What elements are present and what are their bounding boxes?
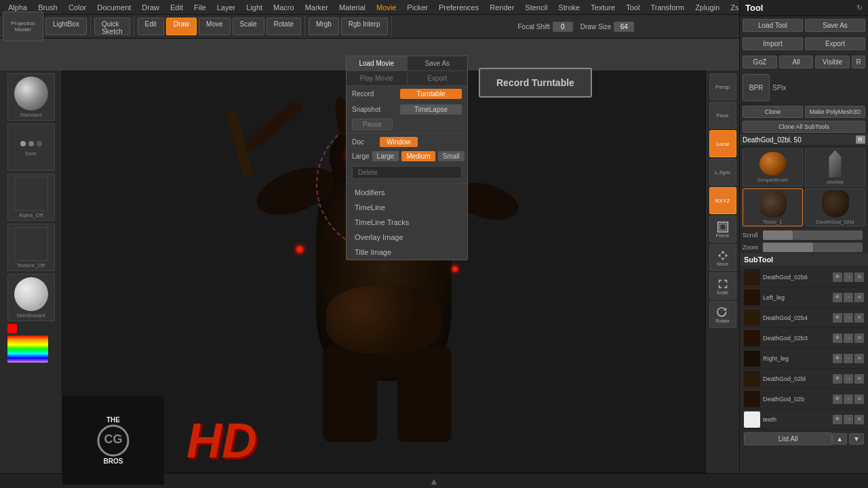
arrow-icon[interactable]: → xyxy=(844,354,853,363)
menu-macro[interactable]: Macro xyxy=(268,2,300,13)
bpr-button[interactable]: BPR xyxy=(743,74,770,101)
clone-button[interactable]: Clone xyxy=(743,106,803,118)
menu-tool[interactable]: Tool xyxy=(620,2,645,13)
torso-thumb[interactable]: Torso_1 xyxy=(743,188,803,226)
rgb-interp-button[interactable]: Rgb Interp xyxy=(341,18,388,35)
subtool-up-button[interactable]: ▲ xyxy=(832,433,847,445)
arrow-icon[interactable]: → xyxy=(844,313,853,323)
draw-button[interactable]: Draw xyxy=(166,18,197,35)
large-button[interactable]: Large xyxy=(372,151,399,161)
subtool-deathgod-02b3[interactable]: DeathGod_02b3 👁 → ✕ xyxy=(741,328,867,348)
export-button[interactable]: Export xyxy=(408,71,468,85)
x-icon[interactable]: ✕ xyxy=(854,394,864,404)
floor-button[interactable]: Floor xyxy=(709,102,736,129)
x-icon[interactable]: ✕ xyxy=(854,293,864,302)
visible-button[interactable]: Visible xyxy=(815,56,850,68)
menu-texture[interactable]: Texture xyxy=(585,2,620,13)
focal-shift-value[interactable]: 0 xyxy=(553,22,573,32)
make-polymesh3d-button[interactable]: Make PolyMesh3D xyxy=(805,106,865,118)
arrow-icon[interactable]: → xyxy=(844,374,853,384)
eye-icon[interactable]: 👁 xyxy=(833,354,842,363)
persp-button[interactable]: Persp xyxy=(709,73,736,100)
subtool-left-leg[interactable]: Left_leg 👁 → ✕ xyxy=(741,287,867,308)
scale-tool-button[interactable]: Scale xyxy=(709,272,736,300)
subtool-teeth[interactable]: teeth 👁 → ✕ xyxy=(741,409,867,430)
draw-size-value[interactable]: 64 xyxy=(614,22,634,32)
save-as-button[interactable]: Save As xyxy=(408,56,468,70)
eye-icon[interactable]: 👁 xyxy=(833,293,842,302)
standard-brush-thumb[interactable]: Standard xyxy=(7,73,55,121)
x-icon[interactable]: ✕ xyxy=(854,354,864,363)
x-icon[interactable]: ✕ xyxy=(854,313,864,323)
arrow-icon[interactable]: → xyxy=(844,293,853,302)
subtool-deathgod-02b[interactable]: DeathGod_02b 👁 → ✕ xyxy=(741,389,867,409)
export-tool-button[interactable]: Export xyxy=(805,37,865,50)
menu-material[interactable]: Material xyxy=(334,2,371,13)
menu-light[interactable]: Light xyxy=(241,2,268,13)
all-button[interactable]: All xyxy=(779,56,814,68)
play-movie-button[interactable]: Play Movie xyxy=(347,71,408,85)
arrow-icon[interactable]: → xyxy=(844,415,853,424)
menu-marker[interactable]: Marker xyxy=(300,2,334,13)
menu-stencil[interactable]: Stencil xyxy=(519,2,553,13)
subtool-deathgod-02b6[interactable]: DeathGod_02b6 👁 → ✕ xyxy=(741,267,867,287)
lsym-button[interactable]: L.Sym xyxy=(709,159,736,186)
record-turntable-button[interactable]: Record Turntable xyxy=(479,68,592,98)
menu-zplugin[interactable]: Zplugin xyxy=(690,2,725,13)
eye-icon[interactable]: 👁 xyxy=(833,394,842,404)
eye-icon[interactable]: 👁 xyxy=(833,415,842,424)
arrow-icon[interactable]: → xyxy=(844,333,853,343)
menu-transform[interactable]: Transform xyxy=(645,2,690,13)
eye-icon[interactable]: 👁 xyxy=(833,272,842,282)
rxyz-button[interactable]: RXYZ xyxy=(709,187,736,214)
color-swatch[interactable] xyxy=(7,324,17,333)
import-button[interactable]: Import xyxy=(743,37,803,50)
menu-file[interactable]: File xyxy=(189,2,212,13)
zoom-bar[interactable] xyxy=(763,243,863,252)
dots-thumb[interactable]: Dots xyxy=(7,123,55,171)
list-all-button[interactable]: List All xyxy=(744,432,832,445)
subtool-right-leg[interactable]: Right_leg 👁 → ✕ xyxy=(741,348,867,369)
overlay-image-item[interactable]: Overlay Image xyxy=(347,230,467,245)
color-gradient[interactable] xyxy=(7,336,48,363)
doc-window-button[interactable]: Window xyxy=(380,137,418,147)
load-movie-button[interactable]: Load Movie xyxy=(347,56,408,70)
scroll-bar[interactable] xyxy=(763,230,863,240)
local-button[interactable]: Local xyxy=(709,130,736,157)
lightbox-button[interactable]: LightBox xyxy=(45,18,87,35)
timeline-item[interactable]: TimeLine xyxy=(347,200,467,215)
modifiers-item[interactable]: Modifiers xyxy=(347,185,467,200)
small-button[interactable]: Small xyxy=(438,151,465,161)
deathgod-thumb[interactable]: DeathGod_02bl xyxy=(805,188,865,226)
menu-preferences[interactable]: Preferences xyxy=(433,2,484,13)
move-tool-button[interactable]: Move xyxy=(709,244,736,271)
quick-sketch-button[interactable]: QuickSketch xyxy=(94,18,130,35)
menu-stroke[interactable]: Stroke xyxy=(553,2,585,13)
bottom-up-icon[interactable]: ▲ xyxy=(429,476,439,487)
frame-button[interactable]: Frame xyxy=(709,216,736,243)
arrow-icon[interactable]: → xyxy=(844,394,853,404)
texture-off-thumb[interactable]: Texture_Off xyxy=(7,224,55,271)
rotate-button[interactable]: Rotate xyxy=(267,18,301,35)
delete-input[interactable] xyxy=(352,166,462,179)
load-tool-button[interactable]: Load Tool xyxy=(743,19,803,32)
simplebrush-thumb[interactable]: SimpleBrush xyxy=(743,148,803,186)
menu-draw[interactable]: Draw xyxy=(136,2,165,13)
edit-button[interactable]: Edit xyxy=(138,18,164,35)
skin-shade-thumb[interactable]: SkinShade4 xyxy=(7,274,55,321)
obelisk-thumb[interactable]: obelisk xyxy=(805,148,865,186)
x-icon[interactable]: ✕ xyxy=(854,333,864,343)
menu-edit[interactable]: Edit xyxy=(165,2,189,13)
r-button[interactable]: R xyxy=(852,56,865,68)
x-icon[interactable]: ✕ xyxy=(854,374,864,384)
menu-document[interactable]: Document xyxy=(92,2,136,13)
subtool-deathgod-02bl[interactable]: DeathGod_02bl 👁 → ✕ xyxy=(741,369,867,389)
subtool-deathgod-02b4[interactable]: DeathGod_02b4 👁 → ✕ xyxy=(741,308,867,328)
eye-icon[interactable]: 👁 xyxy=(833,374,842,384)
save-as-tool-button[interactable]: Save As xyxy=(805,19,865,32)
refresh-icon[interactable]: ↻ xyxy=(856,3,863,12)
pause-button[interactable]: Pause xyxy=(352,119,393,130)
record-turntable-toggle[interactable]: Turntable xyxy=(400,89,462,99)
eye-icon[interactable]: 👁 xyxy=(833,313,842,323)
mrgb-button[interactable]: Mrgb xyxy=(309,18,339,35)
